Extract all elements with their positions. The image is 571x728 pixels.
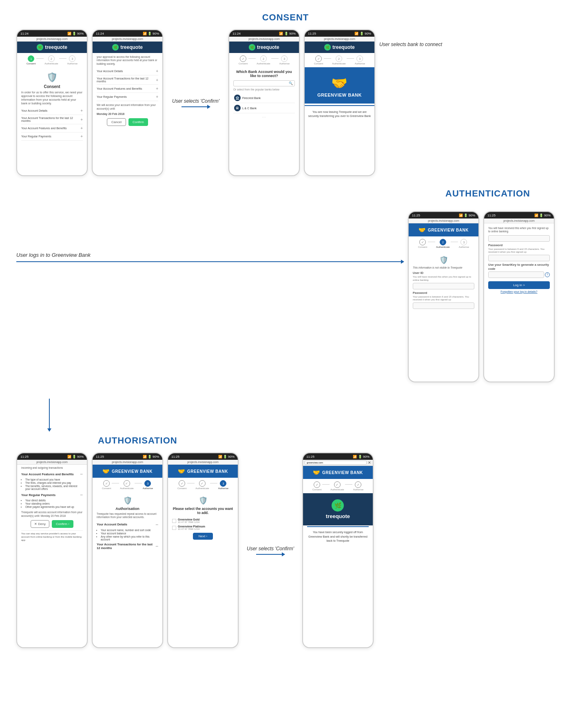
acct1-checkbox[interactable] <box>172 519 176 523</box>
phone9-content: 🛡️ Please select the accounts you want t… <box>168 492 238 542</box>
cancel-button[interactable]: Cancel <box>107 118 126 126</box>
confirm-button[interactable]: Confirm <box>128 118 148 126</box>
step-1-consent: 1 Consent <box>27 55 35 65</box>
password-input-6[interactable] <box>488 255 550 261</box>
security-code-row: ? <box>488 271 550 278</box>
connector-4a <box>324 58 331 59</box>
url-bar-1: projects.invisionapp.com <box>17 37 87 42</box>
gb-large-heading: GREENVIEW BANK <box>309 93 370 97</box>
url-bar-9: projects.invisionapp.com <box>168 460 238 465</box>
password-hint-5: Your password is between 6 and 15 charac… <box>413 296 474 302</box>
minus-payments: − <box>80 492 83 498</box>
bank-search-input[interactable] <box>235 82 289 85</box>
phone-consent-2: 11:24 📶 🔋 90% projects.invisionapp.com 🌿… <box>92 29 163 176</box>
step5-consent: ✓ Consent <box>418 239 427 248</box>
bank-option-firecrest[interactable]: 🏦 Firecrest Bank <box>233 93 295 103</box>
bank-annotation: User selects bank to connect <box>375 29 442 47</box>
url-bar-6: projects.invisionapp.com <box>484 218 554 223</box>
consent-section: 11:24 📶 🔋 90% projects.invisionapp.com 🌿… <box>16 29 555 176</box>
row2-transactions: Your Account Transactions for the last 1… <box>97 75 158 85</box>
consent-heading: Consent <box>21 84 83 89</box>
annotation-confirm: User selects 'Confirm' <box>168 98 224 104</box>
connector-9b <box>210 483 217 483</box>
status-bar-9: 11:25 📶 🔋 90% <box>168 453 238 460</box>
phone2-content: your approval to access the following ac… <box>93 53 162 128</box>
deny-button[interactable]: ✕ Deny <box>31 520 49 528</box>
bank-option-lc[interactable]: 🏛 L & C Bank <box>233 103 295 113</box>
auth-body-8: Treequote has requested repeat access to… <box>97 512 158 519</box>
forgotten-link[interactable]: Forgotten your log in details? <box>488 290 550 293</box>
gb-icon-8: 🤝 <box>102 468 109 474</box>
connector-4b <box>347 58 354 59</box>
select-heading-9: Please select the accounts you want to a… <box>172 507 234 515</box>
stepper-10: ✓ Consent ✓ Authenticate ✓ Authorise <box>303 479 373 493</box>
password-label-5: Password <box>413 291 474 295</box>
stepper-1: 1 Consent 2 Authenticate 3 Authorise <box>17 53 87 67</box>
gb-name-8: GREENVIEW BANK <box>112 469 153 474</box>
consent-title: CONSENT <box>262 12 309 22</box>
tq-header-1: 🌿 treequote <box>17 42 87 53</box>
next-button[interactable]: Next › <box>193 533 213 540</box>
password-input-5[interactable] <box>413 302 474 309</box>
step3-consent: ✓ Consent <box>239 55 248 65</box>
phone-authorisation-2: 11:25 📶 🔋 90% projects.invisionapp.com 🤝… <box>92 452 163 648</box>
connector-5b <box>451 242 458 242</box>
plus-2-3: + <box>156 86 158 91</box>
plus-2-1: + <box>156 69 158 73</box>
auth-annotation-area: User logs in to Greenview Bank <box>16 211 404 262</box>
security-code-input[interactable] <box>488 271 544 278</box>
tab-close-icon[interactable]: ✕ <box>368 461 371 465</box>
step10-consent: ✓ Consent <box>312 481 321 491</box>
auth-heading-8: Authorisation <box>97 507 158 511</box>
password-label-6: Password <box>488 243 550 247</box>
scroll-input-6[interactable] <box>488 235 550 242</box>
step8-circle-2: ✓ <box>124 480 130 487</box>
connector-10a <box>322 484 330 485</box>
row2-features: Your Account Features and Benefits + <box>97 85 158 93</box>
row2-account-details: Your Account Details + <box>97 67 158 75</box>
gb-header-9: 🤝 GREENVIEW BANK <box>168 465 238 478</box>
step3-auth: 2 Authenticate <box>257 55 270 65</box>
info-note-5: This information is not visible to Treeq… <box>413 266 474 269</box>
authorisation-title: AUTHORISATION <box>98 435 177 446</box>
step4-auth: 2 Authenticate <box>332 55 345 65</box>
step8-consent: ✓ Consent <box>102 480 111 490</box>
help-icon: ? <box>545 272 550 277</box>
user-id-input[interactable] <box>413 283 474 289</box>
gb-icon-10: 🤝 <box>313 469 320 476</box>
tq-icon-2: 🌿 <box>112 44 119 51</box>
step9-auth: ✓ Authenticate <box>195 480 209 490</box>
row-features: Your Account Features and Benefits + <box>21 124 83 132</box>
login-button[interactable]: Log in > <box>488 281 550 289</box>
acct2-checkbox[interactable] <box>172 526 176 530</box>
minus-details-8: − <box>155 522 158 527</box>
transactions-row-8: Your Account Transactions for the last 1… <box>97 543 158 550</box>
phone-return-tq: 11:25 📶 🔋 90% greenview.com ✕ 🤝 GREENVIE… <box>302 452 374 648</box>
auth-title-area: AUTHENTICATION <box>16 188 555 207</box>
step10-circle-1: ✓ <box>314 481 320 488</box>
acct2-name: Greenview Platinum <box>178 525 205 528</box>
deny-confirm-buttons: ✕ Deny Confirm › <box>21 520 83 528</box>
plus-icon-1: + <box>80 108 83 113</box>
or-text: Or select from the popular banks below <box>233 88 295 91</box>
scroll-note-6: You will have received this when you fir… <box>488 227 550 234</box>
status-bar-5: 11:25 📶 🔋 90% <box>409 212 478 218</box>
phone7-content: incoming and outgoing transactions Your … <box>17 465 87 546</box>
plus-icon-3: + <box>80 126 83 130</box>
row2-payments: Your Regular Payments + <box>97 93 158 101</box>
status-bar-6: 11:25 📶 🔋 90% <box>484 212 554 218</box>
confirm-button-7[interactable]: Confirm › <box>52 520 73 528</box>
tq-icon-4: 🌿 <box>324 44 331 51</box>
gb-header-10: 🤝 GREENVIEW BANK <box>303 466 373 479</box>
bank-search-bar[interactable]: 🔍 <box>233 80 295 86</box>
gb-name-10: GREENVIEW BANK <box>322 470 363 475</box>
connector-3b <box>271 58 279 59</box>
acct2-num: 10 47 67 7890 1234 <box>178 528 205 530</box>
features-list: The type of account you have The fees, c… <box>21 478 83 490</box>
step5-circle-3: 3 <box>460 239 467 245</box>
authentication-title: AUTHENTICATION <box>445 188 530 199</box>
step-circle-1: 1 <box>28 55 34 62</box>
row-transactions: Your Account Transactions for the last 1… <box>21 115 83 124</box>
arrow-confirm: User selects 'Confirm' <box>163 98 228 107</box>
tq-return-name: treequote <box>307 513 369 519</box>
